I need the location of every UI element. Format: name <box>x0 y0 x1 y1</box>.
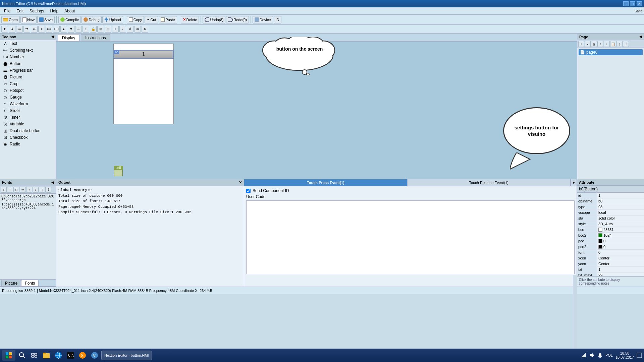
fonts-panel-collapse-icon[interactable]: ◀ <box>51 180 54 185</box>
font-down-button[interactable]: ↓ <box>33 187 39 193</box>
device-button[interactable]: Device <box>253 16 273 23</box>
toolbox-item-text[interactable]: A Text <box>0 40 56 47</box>
align-left-button[interactable]: ⬅ <box>16 26 23 33</box>
toolbox-item-scrolling-text[interactable]: A↔ Scrolling text <box>0 47 56 54</box>
rotate-button[interactable]: ↻ <box>142 26 148 33</box>
page-export-button[interactable]: ⤴ <box>623 41 629 47</box>
attr-val-type[interactable]: 98 <box>597 204 644 209</box>
undo-button[interactable]: Undo(8) <box>203 16 225 23</box>
font-copy-button[interactable]: ⎘ <box>13 187 19 193</box>
toolbox-item-radio[interactable]: ◉ Radio <box>0 141 56 147</box>
page-panel-collapse-icon[interactable]: ◀ <box>639 35 642 39</box>
tab-picture[interactable]: Picture <box>1 280 21 286</box>
page-add-button[interactable]: + <box>578 41 584 47</box>
event-tab-release[interactable]: Touch Release Event(1) <box>408 179 571 186</box>
debug-button[interactable]: Debug <box>82 16 101 23</box>
toolbox-item-progress-bar[interactable]: ▬ Progress bar <box>0 67 56 74</box>
align-center-h-button[interactable]: ⇔ <box>31 26 38 33</box>
scratch-button[interactable]: S <box>77 350 88 361</box>
zoom-out-button[interactable]: - <box>119 26 126 33</box>
redo-button[interactable]: Redo(0) <box>226 16 249 23</box>
align-right-button[interactable]: ⮕ <box>23 26 30 33</box>
toolbox-item-variable[interactable]: (x) Variable <box>0 121 56 127</box>
attribute-selector[interactable]: b0(Button) <box>577 186 644 193</box>
attr-val-bco2[interactable]: 1024 <box>597 233 644 238</box>
page-paste-button[interactable]: 📋 <box>610 41 616 47</box>
toolbox-item-slider[interactable]: ⟨⟩ Slider <box>0 107 56 114</box>
attr-val-vscope[interactable]: local <box>597 210 644 215</box>
toolbox-item-button[interactable]: ⬤ Button <box>0 60 56 67</box>
search-taskbar-button[interactable] <box>17 350 28 361</box>
group-button[interactable]: ⊞ <box>97 26 104 33</box>
toolbox-item-checkbox[interactable]: ☑ Checkbox <box>0 134 56 141</box>
font-export-button[interactable]: ⤴ <box>45 187 51 193</box>
event-dropdown-button[interactable]: ▼ <box>571 179 577 186</box>
tab-fonts[interactable]: Fonts <box>21 280 39 286</box>
font-import-button[interactable]: ⤵ <box>39 187 45 193</box>
user-code-area[interactable] <box>246 200 575 274</box>
menu-file[interactable]: File <box>1 8 13 14</box>
page-delete-button[interactable]: - <box>585 41 591 47</box>
tab-display[interactable]: Display <box>58 34 79 41</box>
delete-button[interactable]: ✕ Delete <box>181 16 199 23</box>
page-up-button[interactable]: ↑ <box>597 41 603 47</box>
page-copy-button[interactable]: ⎘ <box>591 41 597 47</box>
font-add-button[interactable]: + <box>1 187 7 193</box>
toolbox-item-number[interactable]: 123 Number <box>0 54 56 60</box>
bring-front-button[interactable]: ▲ <box>60 26 67 33</box>
ungroup-button[interactable]: ⊟ <box>105 26 111 33</box>
toolbox-item-hotspot[interactable]: ⬡ Hotspot <box>0 87 56 94</box>
toolbox-item-timer[interactable]: ⏱ Timer <box>0 114 56 121</box>
flip-v-button[interactable]: ↕ <box>83 26 89 33</box>
compile-button[interactable]: Compile <box>58 16 81 23</box>
attr-val-objname[interactable]: b0 <box>597 198 644 204</box>
task-view-button[interactable] <box>29 350 40 361</box>
show-desktop-icon[interactable] <box>637 353 642 358</box>
event-tab-press[interactable]: Touch Press Event(1) <box>244 179 408 186</box>
snap-button[interactable]: ⊕ <box>134 26 141 33</box>
toolbox-item-dual-state-button[interactable]: ◫ Dual-state button <box>0 127 56 134</box>
output-close-icon[interactable]: ✕ <box>239 180 242 185</box>
font-delete-button[interactable]: - <box>7 187 13 193</box>
send-component-id-checkbox[interactable] <box>246 189 251 193</box>
new-button[interactable]: New <box>20 16 37 23</box>
id-button[interactable]: ID <box>274 16 281 23</box>
save-button[interactable]: Save <box>37 16 55 23</box>
start-button[interactable] <box>2 350 15 361</box>
attr-val-font[interactable]: 0 <box>597 250 644 255</box>
toolbox-collapse-icon[interactable]: ◀ <box>51 35 54 39</box>
cut-button[interactable]: ✂ Cut <box>145 16 158 23</box>
attr-val-pco2[interactable]: 0 <box>597 244 644 249</box>
menu-help[interactable]: Help <box>47 8 61 14</box>
button-element[interactable]: b0 1 <box>114 50 173 59</box>
open-button[interactable]: Open <box>1 16 20 23</box>
toolbox-item-picture[interactable]: 🖼 Picture <box>0 74 56 80</box>
menu-settings[interactable]: Settings <box>27 8 47 14</box>
page-import-button[interactable]: ⤵ <box>616 41 623 47</box>
grid-button[interactable]: # <box>127 26 133 33</box>
attr-val-sta[interactable]: solid color <box>597 216 644 221</box>
align-center-v-button[interactable]: ⇕ <box>38 26 45 33</box>
cmd-button[interactable]: C:\ <box>65 350 76 361</box>
upload-button[interactable]: Upload <box>102 16 123 23</box>
toolbox-item-crop[interactable]: ✂ Crop <box>0 80 56 87</box>
align-bottom-button[interactable]: ⬇ <box>9 26 15 33</box>
browser-button[interactable] <box>53 350 64 361</box>
font-up-button[interactable]: ↑ <box>26 187 32 193</box>
attr-val-bco[interactable]: 48631 <box>597 227 644 232</box>
flip-h-button[interactable]: ↔ <box>75 26 82 33</box>
file-explorer-button[interactable] <box>41 350 52 361</box>
close-button[interactable]: ✕ <box>637 1 642 6</box>
copy-button[interactable]: Copy <box>127 16 144 23</box>
attr-val-xcen[interactable]: Center <box>597 255 644 261</box>
send-back-button[interactable]: ▼ <box>68 26 74 33</box>
nextion-taskbar-button[interactable]: Nextion Editor - button.HMI <box>101 351 152 360</box>
zoom-in-button[interactable]: + <box>112 26 119 33</box>
distribute-h-button[interactable]: ⟺ <box>46 26 52 33</box>
toolbox-item-gauge[interactable]: ◎ Gauge <box>0 94 56 101</box>
design-canvas[interactable]: b0 1 <box>113 44 174 124</box>
attr-val-pco[interactable]: 0 <box>597 238 644 244</box>
page-down-button[interactable]: ↓ <box>604 41 610 47</box>
attr-val-txt-maxl[interactable]: 29 <box>597 273 644 276</box>
attr-val-id[interactable]: 1 <box>597 193 644 198</box>
